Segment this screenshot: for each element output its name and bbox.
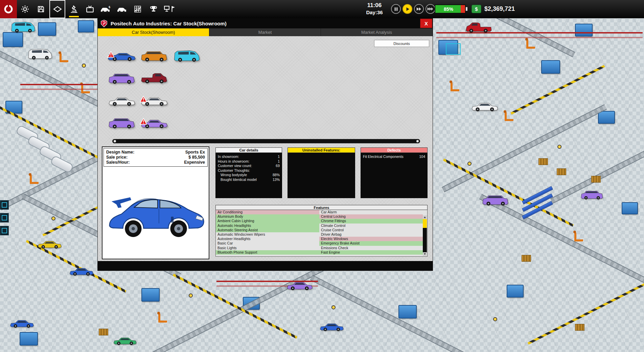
factory-pallet (99, 329, 108, 335)
close-button[interactable]: X (420, 19, 432, 28)
showroom-car-grid (105, 44, 203, 133)
factory-machine (78, 20, 94, 32)
feature-row: Fast Engine (319, 250, 423, 255)
factory-belt (110, 263, 329, 352)
factory-pallet (522, 255, 531, 262)
showroom-car-van[interactable] (170, 44, 203, 66)
detail-label: Customer view count: (218, 164, 252, 168)
factory-bgcar (469, 98, 499, 114)
feature-row: Chrome Fittings (319, 219, 423, 223)
stats-icon (134, 5, 142, 13)
tab-market[interactable]: Market (209, 28, 321, 36)
car-detail-row: Customer Thoughts: (218, 168, 280, 173)
factory-worker (493, 317, 497, 321)
features-column-right: Car AlarmCentral LockingChrome FittingsC… (319, 210, 423, 256)
factory-bgcar (9, 20, 37, 34)
factory-machine (38, 22, 56, 36)
achievements-button[interactable] (145, 0, 161, 18)
factory-bgcar (579, 188, 604, 201)
factory-robot (60, 53, 68, 62)
showroom-row (105, 67, 203, 88)
factory-bgcar (68, 264, 94, 278)
design-value: Sports Ex (185, 150, 205, 155)
feature-row: Emergency Brake Assist (319, 241, 423, 245)
feature-row: Automatic Steering Assist (216, 228, 319, 232)
window-titlebar: Positech Auto Industries: Car Stock(Show… (98, 18, 433, 28)
scroll-up-icon[interactable] (423, 215, 427, 219)
factory-bgcar (464, 20, 494, 35)
showroom-car-suv[interactable] (138, 44, 170, 66)
scrollbar-right-dot (416, 140, 419, 142)
research-button[interactable] (66, 0, 82, 18)
car-detail-row: Hours in showroom:1 (218, 159, 280, 164)
features-column-left: Air ConditioningAluminium BodyAmbient Ca… (216, 210, 319, 256)
showroom-car-sports[interactable] (105, 44, 138, 66)
toolbar-buttons: $ (0, 0, 177, 18)
marketing-button[interactable] (82, 0, 98, 18)
detail-value: 1 (278, 159, 280, 164)
fastest-button[interactable] (426, 4, 435, 14)
save-button[interactable] (33, 0, 49, 18)
settings-button[interactable] (17, 0, 33, 18)
scroll-down-icon[interactable] (423, 252, 427, 256)
production-line-game: $ 11:06 Day:36 85% $ $2,369,721 Positech… (0, 0, 644, 352)
scroll-thumb[interactable] (423, 219, 427, 228)
car-sales-button[interactable]: $ (98, 0, 114, 18)
fast-forward-icon (416, 7, 421, 11)
side-panel-buttons (0, 200, 9, 235)
factory-worker (189, 294, 193, 298)
window-title: Positech Auto Industries: Car Stock(Show… (111, 21, 227, 26)
showroom-car-sedan[interactable] (105, 89, 138, 111)
side-panel-button[interactable] (0, 213, 9, 222)
feature-row: Aluminium Body (216, 214, 319, 219)
uninstalled-body (288, 153, 355, 198)
design-card: Design Name:Sports ExSale price:$ 85,500… (102, 146, 209, 259)
stats-button[interactable] (130, 0, 145, 18)
feature-row: Basic Car (216, 241, 319, 245)
fast-forward-button[interactable] (414, 4, 424, 14)
uninstalled-features-panel: Uninstalled Features: (288, 147, 355, 198)
factory-belt (310, 275, 535, 352)
design-button[interactable] (49, 0, 65, 18)
features-list: Air ConditioningAluminium BodyAmbient Ca… (215, 210, 428, 257)
design-value: Expensive (184, 160, 205, 165)
car-design-icon (117, 5, 127, 13)
showroom-row (105, 89, 203, 111)
pause-button[interactable] (391, 4, 401, 14)
side-panel-button[interactable] (0, 226, 9, 235)
car-design-button[interactable] (114, 0, 130, 18)
selection-marker (446, 43, 461, 55)
showroom-car-pickup[interactable] (138, 67, 170, 88)
feature-row: Air Conditioning (216, 210, 319, 214)
showroom-car-sedan[interactable] (138, 89, 170, 111)
factory-pallet (575, 324, 584, 331)
discounts-button[interactable]: Discounts (374, 40, 429, 47)
design-label: Sales/Hour: (106, 160, 130, 165)
showroom-car-suv[interactable] (105, 67, 138, 88)
achievements-icon (150, 5, 158, 13)
showroom-car-sedan[interactable] (138, 111, 170, 133)
factory-machine (398, 305, 417, 319)
feature-row: Ambient Cabin Lighting (216, 219, 319, 223)
playback-controls (391, 4, 435, 14)
factory-worker (557, 145, 561, 149)
app-logo-button[interactable] (0, 0, 17, 18)
tab-market-analysis[interactable]: Market Analysis (321, 28, 433, 36)
play-button[interactable] (402, 4, 412, 14)
tab-car-stock-showroom[interactable]: Car Stock(Showroom) (98, 28, 209, 36)
displays-button[interactable] (161, 0, 177, 18)
car-details-body: In showroom:1Hours in showroom:1Customer… (215, 153, 282, 198)
factory-machine (141, 288, 160, 302)
factory-machine (575, 24, 593, 37)
horizontal-scrollbar[interactable] (112, 139, 420, 143)
factory-tank (50, 155, 74, 174)
showroom-car-suv[interactable] (105, 111, 138, 133)
factory-machine (507, 285, 524, 298)
design-icon (53, 5, 62, 14)
side-panel-button[interactable] (0, 200, 9, 210)
fastest-icon (427, 7, 434, 11)
features-scrollbar[interactable] (423, 215, 427, 256)
features-title: Features (215, 205, 428, 210)
factory-bgcar (285, 277, 314, 292)
detail-label: Customer Thoughts: (218, 168, 250, 173)
